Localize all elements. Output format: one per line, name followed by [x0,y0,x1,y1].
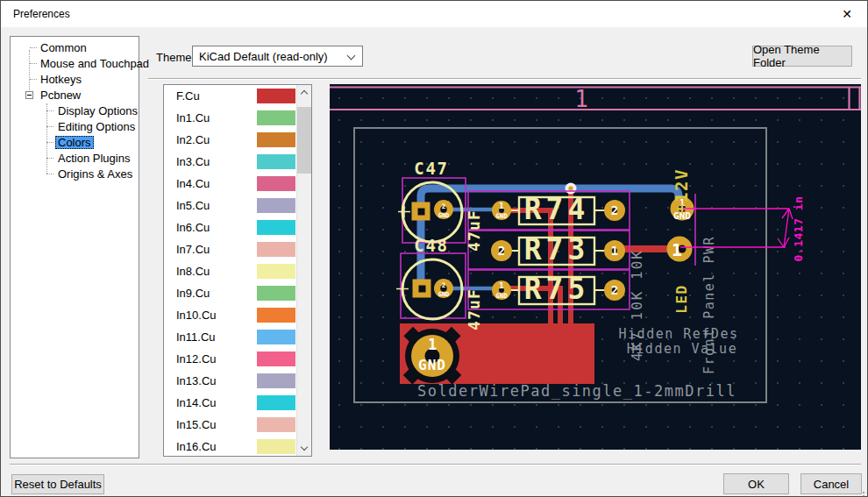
theme-label: Theme: [156,51,195,64]
svg-text:1: 1 [428,336,437,353]
color-swatch[interactable] [257,154,295,169]
color-swatch[interactable] [257,110,295,125]
resize-grip[interactable] [863,492,864,493]
color-swatch[interactable] [257,89,295,103]
svg-text:2: 2 [442,281,446,289]
layer-name: In16.Cu [176,440,257,453]
layer-color-row[interactable]: F.Cu [164,85,296,107]
theme-dropdown[interactable]: KiCad Default (read-only) [192,46,363,67]
layer-name: In14.Cu [176,396,257,409]
layer-color-rows: F.CuIn1.CuIn2.CuIn3.CuIn4.CuIn5.CuIn6.Cu… [164,85,296,456]
color-swatch[interactable] [257,176,295,191]
color-swatch[interactable] [257,351,295,366]
layer-color-row[interactable]: In1.Cu [164,107,296,129]
open-theme-folder-button[interactable]: Open Theme Folder [752,46,852,67]
svg-text:GND: GND [438,212,450,219]
refdes-r74: R74 [524,192,590,226]
pcb-preview-panel: 1 [330,84,861,450]
close-icon[interactable]: ✕ [827,1,867,27]
svg-text:2: 2 [611,283,618,297]
sidebar-item-hotkeys[interactable]: Hotkeys [11,71,139,87]
sidebar-item-action-plugins[interactable]: Action Plugins [11,150,139,166]
sidebar-item-display-options[interactable]: Display Options [11,103,139,118]
color-swatch[interactable] [257,308,295,323]
layer-name: In13.Cu [176,374,257,387]
layer-color-row[interactable]: In14.Cu [164,392,296,414]
color-swatch[interactable] [257,286,295,301]
svg-text:2: 2 [611,203,618,217]
layer-name: In5.Cu [176,199,257,212]
color-swatch[interactable] [257,330,295,344]
svg-text:GND: GND [438,291,450,298]
value-c47: 47uF [465,209,483,252]
layer-color-row[interactable]: In12.Cu [164,348,296,370]
layer-color-row[interactable]: In11.Cu [164,326,296,348]
layer-color-row[interactable]: In8.Cu [164,260,296,282]
separator [10,464,861,465]
layer-name: In4.Cu [176,177,257,190]
layer-name: In10.Cu [176,309,257,322]
svg-text:2: 2 [442,202,446,210]
layer-name: In2.Cu [176,133,257,146]
window-title: Preferences [13,8,70,20]
sidebar-item-common[interactable]: Common [11,39,139,55]
sidebar-item-label: Hotkeys [38,73,84,86]
sidebar-item-pcbnew[interactable]: Pcbnew [11,87,139,103]
color-swatch[interactable] [257,198,295,213]
chevron-down-icon [301,444,308,451]
scroll-up-button[interactable] [297,85,312,100]
ok-button[interactable]: OK [723,473,789,494]
sidebar-tree: CommonMouse and TouchpadHotkeysPcbnewDis… [10,36,139,458]
sidebar-item-label: Origins & Axes [55,167,135,181]
color-swatch[interactable] [257,395,295,410]
layer-name: In11.Cu [176,330,257,344]
sidebar-item-label: Action Plugins [55,152,132,165]
sidebar-item-colors[interactable]: Colors [11,134,139,150]
scrollbar[interactable] [296,85,311,456]
layer-color-row[interactable]: In10.Cu [164,304,296,326]
sidebar-item-label: Editing Options [55,120,138,133]
color-swatch[interactable] [257,373,295,388]
sidebar-item-label: Pcbnew [38,89,83,102]
scroll-down-button[interactable] [297,441,312,456]
layer-color-row[interactable]: In4.Cu [164,173,296,195]
color-swatch[interactable] [257,264,295,279]
refdes-c48: C48 [414,236,449,255]
refdes-r73: R73 [524,232,590,266]
layer-color-row[interactable]: In13.Cu [164,370,296,392]
sidebar-item-editing-options[interactable]: Editing Options [11,118,139,134]
layer-color-row[interactable]: In5.Cu [164,195,296,217]
layer-name: In9.Cu [176,287,257,300]
layer-color-row[interactable]: In15.Cu [164,414,296,436]
svg-text:GND: GND [418,357,446,373]
value-c48: 47uF [465,288,483,330]
svg-text:1: 1 [611,244,618,258]
color-swatch[interactable] [257,220,295,235]
color-swatch[interactable] [257,417,295,432]
layer-color-row[interactable]: In6.Cu [164,217,296,238]
color-swatch[interactable] [257,439,295,454]
cancel-button[interactable]: Cancel [800,473,862,494]
color-swatch[interactable] [257,132,295,147]
hidden-refdes-label: Hidden RefDes [619,326,739,342]
layer-color-row[interactable]: In2.Cu [164,129,296,151]
hidden-value-label: Hidden Value [627,341,737,357]
thermal-pad-gnd: 1 GND [403,327,461,385]
layer-color-list: F.CuIn1.CuIn2.CuIn3.CuIn4.CuIn5.CuIn6.Cu… [163,84,312,457]
scrollbar-thumb[interactable] [297,107,312,174]
layer-color-row[interactable]: In7.Cu [164,238,296,260]
svg-text:1: 1 [499,281,503,290]
separator [148,78,861,80]
layer-name: In15.Cu [176,418,257,431]
layer-name: In6.Cu [176,221,257,234]
layer-color-row[interactable]: In9.Cu [164,282,296,304]
color-swatch[interactable] [257,242,295,257]
dimension-value: 0.1417 in [792,196,805,262]
layer-color-row[interactable]: In16.Cu [164,436,296,457]
sidebar-item-origins-axes[interactable]: Origins & Axes [11,166,139,181]
sidebar-item-mouse-and-touchpad[interactable]: Mouse and Touchpad [11,55,139,71]
layer-color-row[interactable]: In3.Cu [164,151,296,173]
collapse-icon[interactable] [25,91,33,99]
reset-to-defaults-button[interactable]: Reset to Defaults [11,474,104,494]
svg-text:1: 1 [499,202,503,210]
